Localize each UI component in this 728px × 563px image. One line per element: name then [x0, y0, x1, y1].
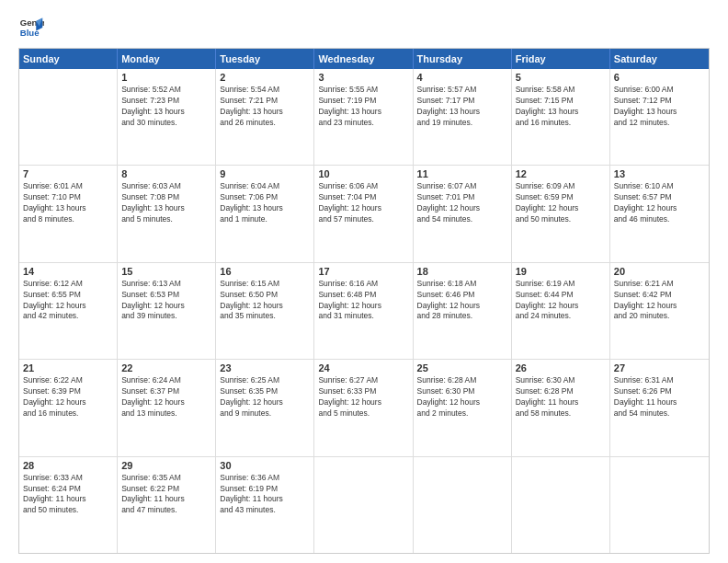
cell-date-number: 8: [121, 168, 211, 179]
day-header-sunday: Sunday: [19, 49, 118, 69]
cell-date-number: 29: [121, 460, 211, 471]
cell-info: Sunrise: 6:24 AMSunset: 6:37 PMDaylight:…: [121, 375, 211, 419]
day-cell-19: 19Sunrise: 6:19 AMSunset: 6:44 PMDayligh…: [512, 263, 610, 359]
header: General Blue: [18, 15, 710, 40]
cell-info: Sunrise: 6:36 AMSunset: 6:19 PMDaylight:…: [220, 473, 310, 517]
cell-info: Sunrise: 6:06 AMSunset: 7:04 PMDaylight:…: [318, 181, 408, 225]
day-cell-30: 30Sunrise: 6:36 AMSunset: 6:19 PMDayligh…: [216, 457, 314, 553]
day-cell-14: 14Sunrise: 6:12 AMSunset: 6:55 PMDayligh…: [19, 263, 118, 359]
day-cell-21: 21Sunrise: 6:22 AMSunset: 6:39 PMDayligh…: [19, 360, 118, 455]
cell-info: Sunrise: 6:18 AMSunset: 6:46 PMDaylight:…: [417, 279, 507, 323]
day-cell-4: 4Sunrise: 5:57 AMSunset: 7:17 PMDaylight…: [414, 69, 512, 165]
cell-date-number: 30: [220, 460, 310, 471]
empty-cell: [512, 457, 610, 553]
logo-icon: General Blue: [18, 15, 44, 40]
day-cell-25: 25Sunrise: 6:28 AMSunset: 6:30 PMDayligh…: [414, 360, 512, 455]
cell-info: Sunrise: 6:33 AMSunset: 6:24 PMDaylight:…: [23, 473, 113, 517]
day-cell-24: 24Sunrise: 6:27 AMSunset: 6:33 PMDayligh…: [314, 360, 413, 455]
week-row-5: 28Sunrise: 6:33 AMSunset: 6:24 PMDayligh…: [19, 457, 709, 553]
day-cell-9: 9Sunrise: 6:04 AMSunset: 7:06 PMDaylight…: [216, 166, 314, 261]
calendar: SundayMondayTuesdayWednesdayThursdayFrid…: [18, 48, 710, 554]
day-cell-2: 2Sunrise: 5:54 AMSunset: 7:21 PMDaylight…: [216, 69, 314, 165]
day-cell-22: 22Sunrise: 6:24 AMSunset: 6:37 PMDayligh…: [118, 360, 216, 455]
cell-info: Sunrise: 6:19 AMSunset: 6:44 PMDaylight:…: [516, 279, 606, 323]
cell-info: Sunrise: 6:00 AMSunset: 7:12 PMDaylight:…: [614, 85, 705, 129]
cell-info: Sunrise: 5:57 AMSunset: 7:17 PMDaylight:…: [417, 85, 507, 129]
cell-date-number: 7: [23, 168, 113, 179]
week-row-2: 7Sunrise: 6:01 AMSunset: 7:10 PMDaylight…: [19, 166, 709, 262]
cell-date-number: 10: [318, 168, 408, 179]
week-row-4: 21Sunrise: 6:22 AMSunset: 6:39 PMDayligh…: [19, 360, 709, 456]
cell-date-number: 2: [220, 72, 310, 83]
cell-info: Sunrise: 6:21 AMSunset: 6:42 PMDaylight:…: [614, 279, 705, 323]
logo: General Blue: [18, 15, 44, 40]
cell-date-number: 24: [318, 362, 408, 373]
cell-date-number: 14: [23, 266, 113, 277]
day-cell-20: 20Sunrise: 6:21 AMSunset: 6:42 PMDayligh…: [610, 263, 709, 359]
cell-date-number: 1: [121, 72, 211, 83]
day-cell-7: 7Sunrise: 6:01 AMSunset: 7:10 PMDaylight…: [19, 166, 118, 261]
cell-info: Sunrise: 6:35 AMSunset: 6:22 PMDaylight:…: [121, 473, 211, 517]
day-cell-26: 26Sunrise: 6:30 AMSunset: 6:28 PMDayligh…: [512, 360, 610, 455]
day-cell-1: 1Sunrise: 5:52 AMSunset: 7:23 PMDaylight…: [118, 69, 216, 165]
day-cell-16: 16Sunrise: 6:15 AMSunset: 6:50 PMDayligh…: [216, 263, 314, 359]
day-cell-5: 5Sunrise: 5:58 AMSunset: 7:15 PMDaylight…: [512, 69, 610, 165]
day-cell-23: 23Sunrise: 6:25 AMSunset: 6:35 PMDayligh…: [216, 360, 314, 455]
cell-date-number: 25: [417, 362, 507, 373]
empty-cell: [314, 457, 413, 553]
day-cell-8: 8Sunrise: 6:03 AMSunset: 7:08 PMDaylight…: [118, 166, 216, 261]
day-cell-3: 3Sunrise: 5:55 AMSunset: 7:19 PMDaylight…: [314, 69, 413, 165]
cell-info: Sunrise: 6:30 AMSunset: 6:28 PMDaylight:…: [516, 375, 606, 419]
cell-info: Sunrise: 5:52 AMSunset: 7:23 PMDaylight:…: [121, 85, 211, 129]
day-cell-29: 29Sunrise: 6:35 AMSunset: 6:22 PMDayligh…: [118, 457, 216, 553]
cell-date-number: 15: [121, 266, 211, 277]
cell-date-number: 13: [614, 168, 705, 179]
cell-date-number: 11: [417, 168, 507, 179]
cell-info: Sunrise: 6:31 AMSunset: 6:26 PMDaylight:…: [614, 375, 705, 419]
week-row-1: 1Sunrise: 5:52 AMSunset: 7:23 PMDaylight…: [19, 69, 709, 166]
day-cell-15: 15Sunrise: 6:13 AMSunset: 6:53 PMDayligh…: [118, 263, 216, 359]
day-cell-12: 12Sunrise: 6:09 AMSunset: 6:59 PMDayligh…: [512, 166, 610, 261]
empty-cell: [414, 457, 512, 553]
cell-date-number: 3: [318, 72, 408, 83]
cell-info: Sunrise: 5:58 AMSunset: 7:15 PMDaylight:…: [516, 85, 606, 129]
cell-info: Sunrise: 6:09 AMSunset: 6:59 PMDaylight:…: [516, 181, 606, 225]
cell-info: Sunrise: 6:10 AMSunset: 6:57 PMDaylight:…: [614, 181, 705, 225]
day-header-saturday: Saturday: [610, 49, 709, 69]
cell-date-number: 22: [121, 362, 211, 373]
day-header-monday: Monday: [118, 49, 216, 69]
cell-date-number: 21: [23, 362, 113, 373]
cell-info: Sunrise: 6:03 AMSunset: 7:08 PMDaylight:…: [121, 181, 211, 225]
day-cell-27: 27Sunrise: 6:31 AMSunset: 6:26 PMDayligh…: [610, 360, 709, 455]
calendar-body: 1Sunrise: 5:52 AMSunset: 7:23 PMDaylight…: [19, 69, 709, 553]
cell-date-number: 28: [23, 460, 113, 471]
cell-info: Sunrise: 6:13 AMSunset: 6:53 PMDaylight:…: [121, 279, 211, 323]
cell-date-number: 27: [614, 362, 705, 373]
cell-info: Sunrise: 6:27 AMSunset: 6:33 PMDaylight:…: [318, 375, 408, 419]
cell-date-number: 12: [516, 168, 606, 179]
day-header-thursday: Thursday: [414, 49, 512, 69]
day-cell-13: 13Sunrise: 6:10 AMSunset: 6:57 PMDayligh…: [610, 166, 709, 261]
empty-cell: [610, 457, 709, 553]
day-cell-10: 10Sunrise: 6:06 AMSunset: 7:04 PMDayligh…: [314, 166, 413, 261]
cell-info: Sunrise: 6:28 AMSunset: 6:30 PMDaylight:…: [417, 375, 507, 419]
cell-date-number: 26: [516, 362, 606, 373]
cell-date-number: 6: [614, 72, 705, 83]
cell-date-number: 19: [516, 266, 606, 277]
cell-date-number: 17: [318, 266, 408, 277]
cell-info: Sunrise: 6:16 AMSunset: 6:48 PMDaylight:…: [318, 279, 408, 323]
cell-date-number: 16: [220, 266, 310, 277]
calendar-header: SundayMondayTuesdayWednesdayThursdayFrid…: [19, 49, 709, 69]
cell-info: Sunrise: 6:04 AMSunset: 7:06 PMDaylight:…: [220, 181, 310, 225]
cell-date-number: 4: [417, 72, 507, 83]
day-cell-18: 18Sunrise: 6:18 AMSunset: 6:46 PMDayligh…: [414, 263, 512, 359]
day-cell-17: 17Sunrise: 6:16 AMSunset: 6:48 PMDayligh…: [314, 263, 413, 359]
cell-info: Sunrise: 6:12 AMSunset: 6:55 PMDaylight:…: [23, 279, 113, 323]
day-cell-6: 6Sunrise: 6:00 AMSunset: 7:12 PMDaylight…: [610, 69, 709, 165]
week-row-3: 14Sunrise: 6:12 AMSunset: 6:55 PMDayligh…: [19, 263, 709, 360]
cell-info: Sunrise: 6:22 AMSunset: 6:39 PMDaylight:…: [23, 375, 113, 419]
cell-info: Sunrise: 6:01 AMSunset: 7:10 PMDaylight:…: [23, 181, 113, 225]
cell-info: Sunrise: 5:54 AMSunset: 7:21 PMDaylight:…: [220, 85, 310, 129]
cell-date-number: 18: [417, 266, 507, 277]
cell-info: Sunrise: 5:55 AMSunset: 7:19 PMDaylight:…: [318, 85, 408, 129]
